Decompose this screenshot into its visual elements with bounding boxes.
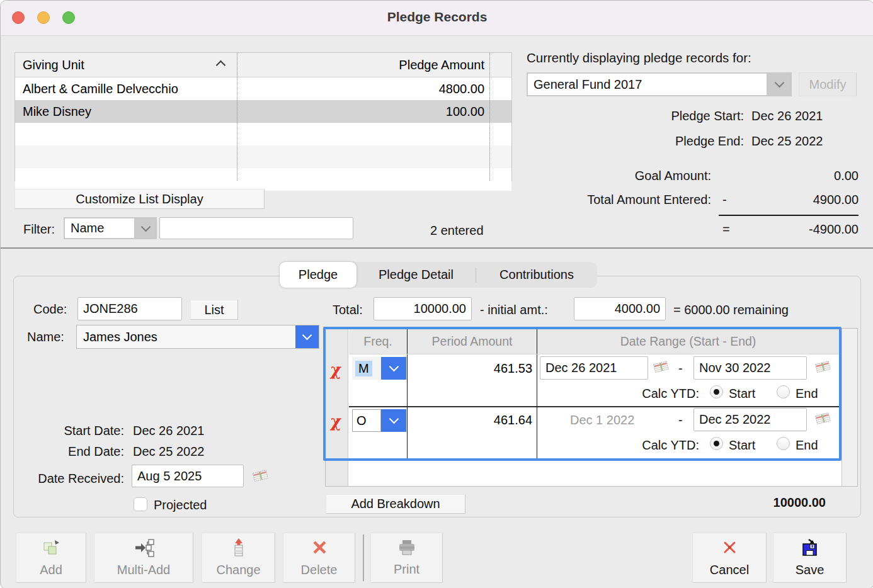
freq-dropdown-button[interactable] [381, 357, 406, 380]
change-button[interactable]: Change [202, 533, 275, 583]
change-button-label: Change [216, 563, 260, 577]
modify-button-label: Modify [809, 77, 847, 92]
save-button[interactable]: Save [773, 533, 847, 583]
delete-breakdown-row-icon[interactable]: χ [330, 413, 343, 429]
chevron-down-icon [389, 414, 399, 424]
filter-by-dropdown[interactable]: Name [64, 217, 157, 239]
fund-panel-heading: Currently displaying pledge records for: [527, 50, 751, 65]
freq-dropdown-button[interactable] [381, 409, 406, 432]
delete-x-icon [310, 538, 329, 560]
breakdown-grid: Freq. Period Amount Date Range (Start - … [325, 328, 858, 487]
modify-button[interactable]: Modify [799, 72, 857, 96]
calendar-picker-icon[interactable] [653, 360, 670, 376]
total-input[interactable] [374, 297, 472, 320]
freq-cell-input[interactable]: M [352, 357, 381, 380]
save-floppy-icon [801, 538, 819, 560]
freq-cell-input[interactable]: O [352, 409, 381, 432]
calendar-picker-icon[interactable] [253, 469, 269, 485]
sum-divider-line [719, 215, 859, 216]
calendar-picker-icon[interactable] [815, 412, 831, 428]
filter-dropdown-chevron[interactable] [134, 218, 156, 238]
date-start-input[interactable] [540, 356, 648, 380]
delete-button-label: Delete [301, 563, 338, 577]
sort-ascending-icon [216, 60, 226, 70]
calc-ytd-start-label[interactable]: Start [729, 387, 755, 401]
chevron-down-icon [389, 362, 399, 372]
pledge-start-label: Pledge Start: [593, 109, 744, 123]
pledge-records-window: Pledge Records Giving Unit Pledge Amount… [0, 0, 873, 588]
fund-dropdown[interactable]: General Fund 2017 [527, 72, 792, 96]
cancel-button[interactable]: Cancel [692, 533, 767, 583]
multi-add-button-label: Multi-Add [117, 563, 170, 577]
tab-pledge-detail[interactable]: Pledge Detail [357, 262, 476, 288]
fund-dropdown-chevron[interactable] [767, 74, 790, 95]
projected-label[interactable]: Projected [154, 498, 207, 512]
name-label: Name: [27, 330, 64, 344]
remaining-text: = 6000.00 remaining [673, 303, 789, 317]
delete-button[interactable]: Delete [283, 533, 355, 583]
name-value: James Jones [77, 325, 295, 348]
add-breakdown-button[interactable]: Add Breakdown [326, 494, 465, 514]
calc-ytd-label: Calc YTD: [636, 438, 699, 453]
goal-amount-label: Goal Amount: [542, 169, 711, 183]
add-button[interactable]: Add [16, 533, 86, 583]
date-received-input[interactable] [132, 465, 244, 487]
total-label: Total: [333, 303, 363, 317]
print-button-label: Print [394, 562, 419, 577]
cancel-x-icon [720, 538, 739, 560]
multi-add-icon [133, 538, 154, 560]
list-button[interactable]: List [190, 300, 238, 320]
pledge-list-row-selected[interactable]: Mike Disney 100.00 [15, 100, 511, 123]
column-header-giving-unit[interactable]: Giving Unit [15, 58, 237, 72]
filter-text-input[interactable] [159, 217, 353, 239]
total-entered-value: 4900.00 [731, 193, 859, 207]
calc-ytd-end-radio[interactable] [777, 437, 790, 450]
initial-amount-input[interactable] [574, 297, 666, 320]
window-title: Pledge Records [1, 9, 873, 25]
pledge-list-table: Giving Unit Pledge Amount Albert & Camil… [14, 52, 512, 181]
date-end-input[interactable] [693, 356, 807, 380]
minus-sign: - [722, 193, 727, 207]
calc-ytd-end-label[interactable]: End [796, 438, 818, 453]
date-range-dash: - [678, 413, 683, 427]
multi-add-button[interactable]: Multi-Add [94, 533, 193, 583]
delete-breakdown-row-icon[interactable]: χ [330, 361, 343, 378]
section-divider [1, 247, 873, 249]
calendar-picker-icon[interactable] [815, 360, 831, 376]
tab-contributions[interactable]: Contributions [476, 262, 597, 288]
calc-ytd-end-label[interactable]: End [796, 387, 818, 401]
pledge-list-empty-row [15, 123, 511, 145]
column-divider [237, 53, 237, 181]
filter-label: Filter: [23, 222, 55, 237]
date-range-column-header: Date Range (Start - End) [537, 334, 839, 349]
pledge-end-label: Pledge End: [593, 134, 744, 149]
column-header-pledge-amount[interactable]: Pledge Amount [237, 58, 489, 72]
tab-pledge[interactable]: Pledge [280, 262, 357, 288]
customize-list-display-button[interactable]: Customize List Display [14, 189, 265, 209]
period-amount-cell[interactable]: 461.53 [411, 361, 532, 376]
giving-unit-cell: Mike Disney [15, 105, 237, 119]
date-end-input[interactable] [693, 408, 807, 431]
calc-ytd-start-radio[interactable] [710, 385, 723, 399]
period-amount-cell[interactable]: 461.64 [411, 413, 532, 427]
breakdown-scrollbar-track[interactable] [842, 329, 857, 486]
column-divider [489, 53, 490, 181]
projected-checkbox[interactable] [134, 497, 147, 511]
grid-column-divider [537, 329, 537, 460]
tab-pledge-detail-label: Pledge Detail [379, 268, 454, 282]
name-dropdown-chevron[interactable] [295, 325, 319, 348]
calc-ytd-end-radio[interactable] [777, 385, 790, 399]
name-dropdown[interactable]: James Jones [76, 325, 319, 349]
code-label: Code: [33, 302, 67, 317]
net-value: -4900.00 [731, 222, 859, 237]
pledge-list-row[interactable]: Albert & Camille Delvecchio 4800.00 [15, 77, 511, 100]
title-bar: Pledge Records [1, 1, 873, 36]
date-received-label: Date Received: [12, 472, 124, 486]
calc-ytd-start-radio[interactable] [710, 437, 723, 450]
calc-ytd-start-label[interactable]: Start [729, 438, 755, 453]
freq-column-header: Freq. [349, 334, 407, 349]
start-date-label: Start Date: [26, 424, 124, 438]
code-input[interactable] [77, 297, 182, 320]
giving-unit-cell: Albert & Camille Delvecchio [15, 82, 237, 96]
print-button[interactable]: Print [370, 533, 443, 583]
